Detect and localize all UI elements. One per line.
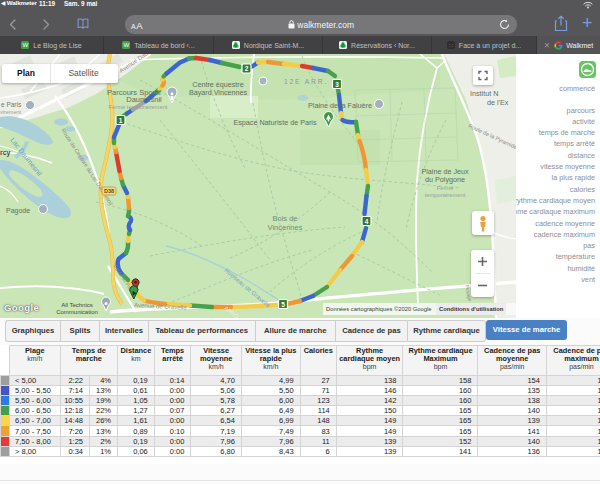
svg-text:12E ARR.: 12E ARR.	[284, 78, 328, 85]
svg-text:Pagode: Pagode	[6, 207, 30, 215]
svg-text:5: 5	[281, 301, 285, 308]
svg-text:Bayard Vincennes: Bayard Vincennes	[189, 88, 248, 97]
svg-text:Fermé: Fermé	[437, 185, 454, 191]
svg-text:Vincennes: Vincennes	[268, 223, 303, 232]
svg-text:virement: virement	[0, 109, 22, 115]
svg-text:Bois de: Bois de	[272, 214, 297, 223]
svg-text:3: 3	[335, 81, 339, 88]
svg-text:e Paris: e Paris	[1, 101, 22, 108]
svg-text:Communication: Communication	[56, 309, 98, 315]
svg-text:rcy: rcy	[0, 149, 11, 157]
svg-text:Fermé temporairement: Fermé temporairement	[109, 104, 168, 110]
svg-text:Plaine de la Faluère: Plaine de la Faluère	[308, 101, 372, 110]
svg-text:D38: D38	[104, 188, 114, 194]
svg-text:4: 4	[365, 218, 369, 225]
svg-text:All Technics: All Technics	[61, 302, 93, 308]
svg-text:2: 2	[245, 65, 249, 72]
svg-text:1: 1	[119, 117, 123, 124]
svg-text:du Polygone: du Polygone	[425, 175, 465, 184]
svg-text:de l'Ex: de l'Ex	[487, 98, 509, 107]
svg-text:temporairement: temporairement	[425, 192, 466, 198]
svg-text:Espace Naturiste de Paris: Espace Naturiste de Paris	[233, 118, 317, 127]
